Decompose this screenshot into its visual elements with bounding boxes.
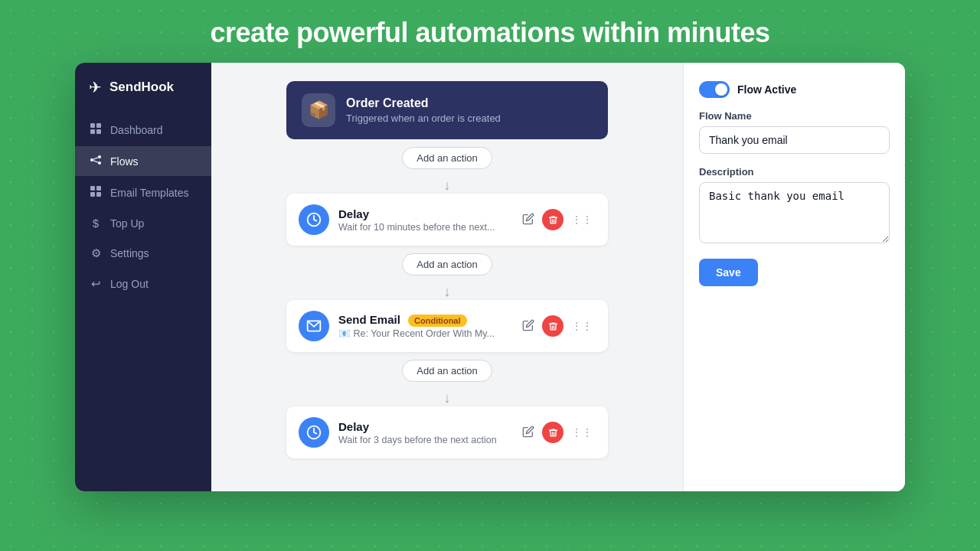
sidebar-item-dashboard[interactable]: Dashboard [75,115,211,145]
delay-1-edit-button[interactable] [519,210,537,230]
app-window: ✈ SendHook Dashboard Flows Email Templ [75,63,905,491]
sidebar: ✈ SendHook Dashboard Flows Email Templ [75,63,211,491]
delay-2-drag-handle[interactable]: ⋮⋮ [568,423,596,442]
delay-2-delete-button[interactable] [542,422,564,443]
delay-1-info: Delay Wait for 10 minutes before the nex… [338,207,510,233]
flows-icon [89,154,103,168]
log-out-icon: ↩ [89,277,103,291]
flow-canvas: 📦 Order Created Triggered when an order … [211,63,683,491]
conditional-badge: Conditional [408,315,467,327]
flows-label: Flows [110,155,139,168]
top-banner: create powerful automations within minut… [0,0,980,63]
delay-1-controls: ⋮⋮ [519,209,596,230]
flow-active-row: Flow Active [699,81,890,98]
logo-text: SendHook [109,80,174,95]
flow-arrow-3: ↓ [444,391,451,405]
sidebar-item-flows[interactable]: Flows [75,146,211,176]
svg-rect-3 [96,129,101,134]
add-action-button-3[interactable]: Add an action [402,360,492,382]
action-card-delay-2: Delay Wait for 3 days before the next ac… [286,406,608,458]
main-content: 📦 Order Created Triggered when an order … [211,63,683,491]
add-action-button-1[interactable]: Add an action [402,147,492,169]
svg-rect-1 [96,123,101,128]
flow-name-label: Flow Name [699,110,890,122]
flow-arrow-2: ↓ [444,285,451,298]
svg-point-5 [98,155,101,158]
flow-name-input[interactable] [699,126,890,154]
trigger-card: 📦 Order Created Triggered when an order … [286,81,608,139]
trigger-description: Triggered when an order is created [346,112,501,124]
settings-icon: ⚙ [89,246,103,260]
delay-1-delete-button[interactable] [542,209,564,230]
flow-arrow-1: ↓ [444,178,451,192]
svg-line-8 [93,161,98,163]
flow-active-label: Flow Active [737,83,796,96]
save-button[interactable]: Save [699,259,758,286]
right-panel: Flow Active Flow Name Description Basic … [683,63,905,491]
svg-rect-0 [90,123,95,128]
description-input[interactable]: Basic thank you email [699,182,890,243]
dashboard-icon [89,122,103,137]
email-templates-label: Email Templates [110,187,188,199]
top-up-icon: $ [89,217,103,230]
sidebar-item-top-up[interactable]: $ Top Up [75,209,211,237]
send-email-1-info: Send Email Conditional 📧 Re: Your Recent… [338,313,510,339]
send-email-1-delete-button[interactable] [542,315,564,337]
dashboard-label: Dashboard [110,124,163,136]
sidebar-nav: Dashboard Flows Email Templates $ Top Up… [75,115,211,298]
svg-line-7 [93,158,98,160]
svg-rect-10 [96,186,101,191]
send-email-1-drag-handle[interactable]: ⋮⋮ [568,317,596,335]
svg-rect-2 [90,129,95,134]
delay-2-icon [299,417,329,448]
delay-2-info: Delay Wait for 3 days before the next ac… [338,420,510,445]
description-label: Description [699,166,890,178]
settings-label: Settings [110,247,149,259]
send-email-1-title: Send Email Conditional [338,313,510,326]
delay-2-description: Wait for 3 days before the next action [338,435,510,445]
trigger-title: Order Created [346,96,501,110]
delay-2-title: Delay [338,420,510,433]
action-card-delay-1: Delay Wait for 10 minutes before the nex… [286,194,608,246]
send-email-1-description: 📧 Re: Your Recent Order With My... [338,328,510,339]
banner-title: create powerful automations within minut… [0,17,980,49]
send-email-1-edit-button[interactable] [519,316,537,337]
delay-1-description: Wait for 10 minutes before the next... [338,222,510,233]
svg-rect-11 [90,192,95,197]
delay-2-edit-button[interactable] [519,422,537,443]
add-action-button-2[interactable]: Add an action [402,253,492,276]
sidebar-logo: ✈ SendHook [75,78,211,115]
svg-point-6 [98,161,101,165]
flow-name-field: Flow Name [699,110,890,154]
action-card-send-email-1: Send Email Conditional 📧 Re: Your Recent… [286,300,608,352]
log-out-label: Log Out [110,278,149,290]
email-templates-icon [89,185,103,200]
flow-active-toggle[interactable] [699,81,730,98]
delay-1-drag-handle[interactable]: ⋮⋮ [568,210,596,229]
send-email-1-controls: ⋮⋮ [519,315,596,337]
sidebar-item-settings[interactable]: ⚙ Settings [75,239,211,268]
svg-point-4 [90,158,93,161]
delay-1-icon [299,204,329,235]
delay-2-controls: ⋮⋮ [519,422,596,443]
logo-icon: ✈ [89,78,102,96]
svg-rect-9 [90,186,95,191]
send-email-1-icon [299,311,329,341]
svg-rect-12 [96,192,101,197]
trigger-info: Order Created Triggered when an order is… [346,96,501,124]
top-up-label: Top Up [110,217,144,230]
description-field: Description Basic thank you email [699,166,890,246]
delay-1-title: Delay [338,207,510,220]
sidebar-item-log-out[interactable]: ↩ Log Out [75,269,211,298]
trigger-icon: 📦 [302,93,335,127]
sidebar-item-email-templates[interactable]: Email Templates [75,178,211,207]
